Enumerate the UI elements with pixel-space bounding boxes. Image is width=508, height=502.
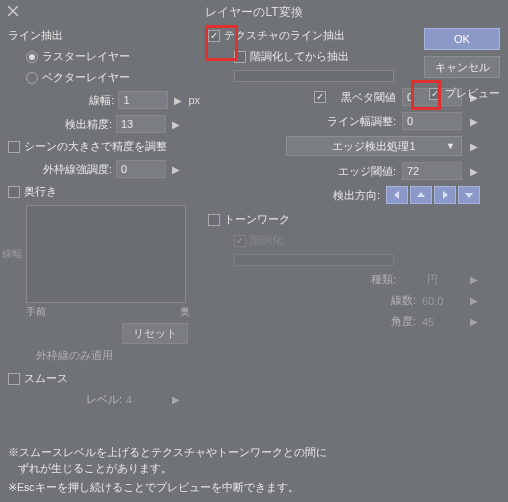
graph-x-left: 手前: [26, 305, 46, 319]
line-width-adj-input[interactable]: [402, 112, 462, 130]
type-value: 円: [402, 272, 462, 287]
line-width-adj-label: ライン幅調整:: [327, 114, 396, 129]
detect-dir-label: 検出方向:: [320, 188, 380, 203]
dir-right-button[interactable]: [434, 186, 456, 204]
black-threshold-check[interactable]: [314, 91, 326, 103]
angle-caret: ▶: [468, 316, 480, 327]
line-width-unit: px: [188, 94, 200, 106]
level-caret: ▶: [170, 394, 182, 405]
edge-detect-value: エッジ検出処理1: [332, 139, 415, 154]
dialog-title: レイヤーのLT変換: [205, 4, 302, 21]
cancel-button[interactable]: キャンセル: [424, 56, 500, 78]
reset-button[interactable]: リセット: [122, 323, 188, 344]
line-width-label: 線幅:: [89, 93, 114, 108]
gradation-preview: [234, 70, 394, 82]
black-threshold-label: 黒ベタ閾値: [336, 90, 396, 105]
detect-accuracy-label: 検出精度:: [65, 117, 112, 132]
edge-threshold-caret[interactable]: ▶: [468, 166, 480, 177]
texture-line-label: テクスチャのライン抽出: [224, 28, 345, 43]
line-count-caret: ▶: [468, 295, 480, 306]
line-width-caret[interactable]: ▶: [172, 95, 184, 106]
outline-strength-caret[interactable]: ▶: [170, 164, 182, 175]
dir-down-button[interactable]: [458, 186, 480, 204]
raster-layer-label: ラスターレイヤー: [42, 49, 130, 64]
scene-size-label: シーンの大きさで精度を調整: [24, 139, 167, 154]
detect-accuracy-caret[interactable]: ▶: [170, 119, 182, 130]
depth-label: 奥行き: [24, 184, 57, 199]
edge-threshold-input[interactable]: [402, 162, 462, 180]
gradation2-preview: [234, 254, 394, 266]
type-label: 種類:: [336, 272, 396, 287]
type-caret: ▶: [468, 274, 480, 285]
tonework-label: トーンワーク: [224, 212, 290, 227]
footer-note1b: ずれが生じることがあります。: [18, 461, 327, 477]
footer-note2: ※Escキーを押し続けることでプレビューを中断できます。: [8, 480, 327, 496]
dir-up-button[interactable]: [410, 186, 432, 204]
chevron-down-icon: ▼: [446, 141, 455, 151]
line-count-label: 線数:: [356, 293, 416, 308]
outline-strength-label: 外枠線強調度:: [43, 162, 112, 177]
scene-size-check[interactable]: [8, 141, 20, 153]
angle-value: 45: [422, 316, 462, 328]
edge-threshold-label: エッジ閾値:: [336, 164, 396, 179]
smooth-label: スムース: [24, 371, 68, 386]
line-width-adj-caret[interactable]: ▶: [468, 116, 480, 127]
edge-detect-caret[interactable]: ▶: [468, 141, 480, 152]
gradation-label: 階調化してから抽出: [250, 49, 349, 64]
gradation-check[interactable]: [234, 51, 246, 63]
detect-accuracy-input[interactable]: [116, 115, 166, 133]
preview-check[interactable]: [429, 88, 441, 100]
level-label: レベル:: [86, 392, 122, 407]
line-extract-title: ライン抽出: [8, 28, 200, 43]
smooth-check[interactable]: [8, 373, 20, 385]
depth-graph: [26, 205, 186, 303]
graph-x-right: 奥: [180, 305, 190, 319]
edge-detect-dropdown[interactable]: エッジ検出処理1 ▼: [286, 136, 462, 156]
close-icon[interactable]: [6, 4, 20, 18]
raster-layer-radio[interactable]: [26, 51, 38, 63]
dir-left-button[interactable]: [386, 186, 408, 204]
outline-only-button[interactable]: 外枠線のみ適用: [26, 347, 123, 363]
line-width-input[interactable]: [118, 91, 168, 109]
ok-button[interactable]: OK: [424, 28, 500, 50]
line-count-value: 60.0: [422, 295, 462, 307]
outline-strength-input[interactable]: [116, 160, 166, 178]
texture-line-check[interactable]: [208, 30, 220, 42]
preview-label: プレビュー: [445, 86, 500, 101]
vector-layer-radio[interactable]: [26, 72, 38, 84]
footer-note1: ※スムースレベルを上げるとテクスチャやトーンワークとの間に: [8, 445, 327, 461]
graph-y-label: 線幅: [2, 247, 22, 261]
level-value: 4: [126, 394, 166, 406]
tonework-check[interactable]: [208, 214, 220, 226]
gradation2-check: [234, 235, 246, 247]
depth-check[interactable]: [8, 186, 20, 198]
gradation2-label: 階調化: [250, 233, 283, 248]
angle-label: 角度:: [356, 314, 416, 329]
vector-layer-label: ベクターレイヤー: [42, 70, 130, 85]
